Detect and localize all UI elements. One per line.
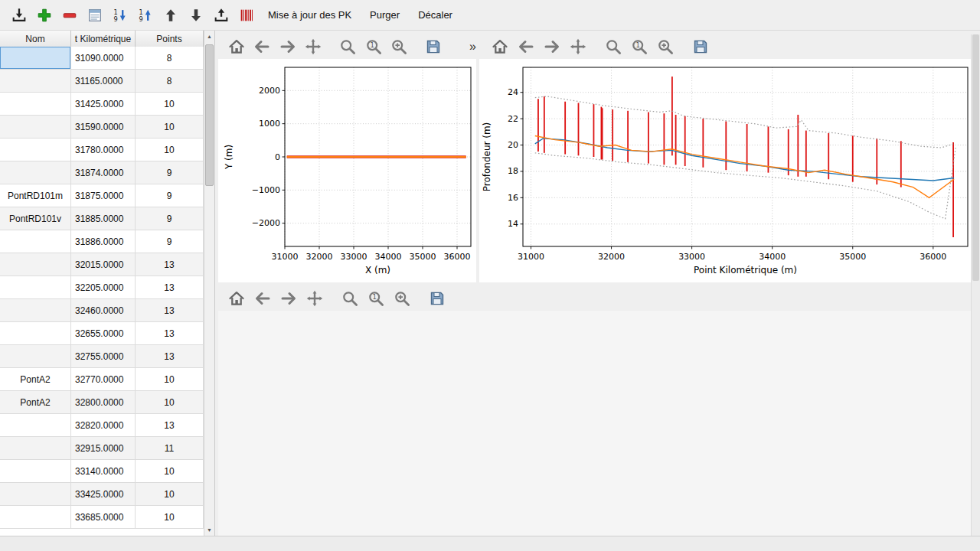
remove-row-button[interactable] <box>57 3 82 28</box>
cell-points[interactable]: 10 <box>136 368 204 391</box>
update-pk-button[interactable]: Mise à jour des PK <box>259 3 361 28</box>
zoom-in-button[interactable] <box>389 37 408 57</box>
cell-points[interactable]: 10 <box>136 139 204 161</box>
save-figure-button[interactable] <box>427 289 447 308</box>
cell-points[interactable]: 11 <box>136 437 204 460</box>
cell-points[interactable]: 9 <box>136 207 204 230</box>
cell-pk[interactable]: 33425.0000 <box>71 483 136 506</box>
cell-pk[interactable]: 31780.0000 <box>71 139 136 161</box>
zoom-button[interactable] <box>603 37 623 57</box>
home-button[interactable] <box>490 37 510 57</box>
import-button[interactable] <box>6 3 31 28</box>
sort-descending-button[interactable] <box>107 3 132 28</box>
forward-button[interactable] <box>279 289 299 308</box>
cell-nom[interactable] <box>0 230 71 253</box>
cell-nom[interactable] <box>0 253 71 276</box>
cell-nom[interactable] <box>0 139 71 161</box>
cell-nom[interactable] <box>0 437 71 460</box>
cell-points[interactable]: 13 <box>136 299 204 322</box>
purge-button[interactable]: Purger <box>361 3 409 28</box>
cell-points[interactable]: 8 <box>136 70 204 93</box>
cell-nom[interactable] <box>0 70 71 93</box>
sort-ascending-button[interactable] <box>132 3 158 28</box>
cell-pk[interactable]: 32915.0000 <box>71 437 136 460</box>
zoom-original-button[interactable] <box>629 37 649 57</box>
zoom-original-button[interactable] <box>366 289 386 308</box>
cell-points[interactable]: 13 <box>136 345 204 368</box>
edit-form-button[interactable] <box>82 3 107 28</box>
cell-pk[interactable]: 32800.0000 <box>71 391 136 414</box>
cell-pk[interactable]: 32755.0000 <box>71 345 136 368</box>
pan-button[interactable] <box>303 37 322 57</box>
move-down-button[interactable] <box>183 3 208 28</box>
right-scrollbar-thumb[interactable] <box>972 34 979 281</box>
home-button[interactable] <box>227 289 247 308</box>
cell-nom[interactable] <box>0 116 71 139</box>
cell-pk[interactable]: 32770.0000 <box>71 368 136 391</box>
toolbar-overflow-button[interactable]: » <box>469 37 476 57</box>
cell-pk[interactable]: 31875.0000 <box>71 184 136 207</box>
save-figure-button[interactable] <box>691 37 710 57</box>
cell-nom[interactable]: PontRD101v <box>0 207 71 230</box>
cell-nom[interactable] <box>0 345 71 368</box>
cell-points[interactable]: 13 <box>136 253 204 276</box>
pan-button[interactable] <box>568 37 588 57</box>
cell-points[interactable]: 9 <box>136 230 204 253</box>
cell-nom[interactable] <box>0 483 71 506</box>
forward-button[interactable] <box>278 37 297 57</box>
cell-points[interactable]: 10 <box>136 460 204 483</box>
add-row-button[interactable] <box>31 3 57 28</box>
cell-points[interactable]: 9 <box>136 161 204 184</box>
cell-pk[interactable]: 33685.0000 <box>71 506 136 529</box>
cell-pk[interactable]: 32655.0000 <box>71 322 136 345</box>
zoom-original-button[interactable] <box>364 37 383 57</box>
cell-pk[interactable]: 31590.0000 <box>71 116 136 139</box>
cell-pk[interactable]: 32820.0000 <box>71 414 136 437</box>
cell-nom[interactable] <box>0 93 71 116</box>
back-button[interactable] <box>516 37 536 57</box>
cell-nom[interactable] <box>0 414 71 437</box>
cell-nom[interactable] <box>0 276 71 299</box>
scroll-down-icon[interactable]: ▼ <box>204 524 214 536</box>
cell-nom[interactable]: PontA2 <box>0 368 71 391</box>
back-button[interactable] <box>253 289 273 308</box>
profile-plot-canvas[interactable]: 3100032000330003400035000360001416182022… <box>479 59 971 282</box>
cell-points[interactable]: 13 <box>136 276 204 299</box>
column-header-nom[interactable]: Nom <box>0 31 71 47</box>
cell-points[interactable]: 10 <box>136 506 204 529</box>
cell-nom[interactable] <box>0 299 71 322</box>
cell-nom[interactable] <box>0 322 71 345</box>
cell-pk[interactable]: 33140.0000 <box>71 460 136 483</box>
export-button[interactable] <box>208 3 234 28</box>
cell-pk[interactable]: 31425.0000 <box>71 93 136 116</box>
cell-pk[interactable]: 31165.0000 <box>71 70 136 93</box>
cell-pk[interactable]: 32460.0000 <box>71 299 136 322</box>
cell-points[interactable]: 9 <box>136 184 204 207</box>
cell-pk[interactable]: 32205.0000 <box>71 276 136 299</box>
column-header-point-kilometrique[interactable]: t Kilométrique <box>71 31 136 47</box>
cell-points[interactable]: 13 <box>136 322 204 345</box>
cell-points[interactable]: 10 <box>136 116 204 139</box>
shift-button[interactable]: Décaler <box>409 3 462 28</box>
right-scrollbar[interactable] <box>971 34 980 536</box>
scroll-up-icon[interactable]: ▲ <box>204 31 214 42</box>
save-figure-button[interactable] <box>424 37 443 57</box>
zoom-in-button[interactable] <box>392 289 412 308</box>
zoom-button[interactable] <box>338 37 358 57</box>
cell-pk[interactable]: 31886.0000 <box>71 230 136 253</box>
forward-button[interactable] <box>542 37 562 57</box>
cell-nom[interactable] <box>0 161 71 184</box>
zoom-button[interactable] <box>340 289 360 308</box>
pan-button[interactable] <box>305 289 325 308</box>
cell-nom[interactable]: PontRD101m <box>0 184 71 207</box>
back-button[interactable] <box>252 37 271 57</box>
cell-points[interactable]: 10 <box>136 483 204 506</box>
column-header-points[interactable]: Points <box>136 31 204 47</box>
cell-nom[interactable] <box>0 506 71 529</box>
cell-points[interactable]: 13 <box>136 414 204 437</box>
cell-pk[interactable]: 32015.0000 <box>71 253 136 276</box>
table-scrollbar-thumb[interactable] <box>205 44 214 186</box>
cell-nom[interactable] <box>0 47 71 70</box>
cell-nom[interactable] <box>0 460 71 483</box>
xy-plot-canvas[interactable]: 310003200033000340003500036000200010000−… <box>218 59 476 282</box>
